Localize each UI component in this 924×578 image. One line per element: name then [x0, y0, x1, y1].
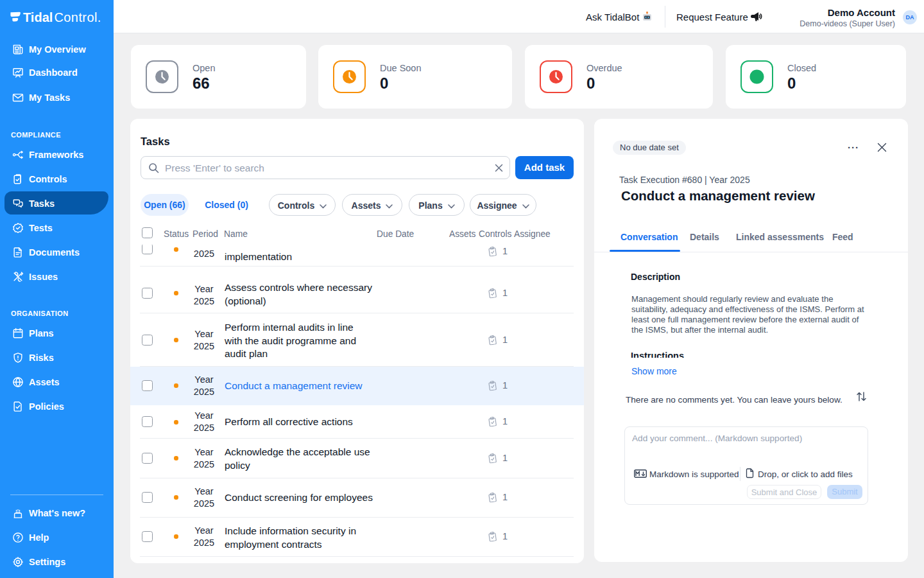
svg-text:Control.: Control.	[55, 10, 101, 24]
svg-text:Tidal: Tidal	[23, 10, 53, 24]
